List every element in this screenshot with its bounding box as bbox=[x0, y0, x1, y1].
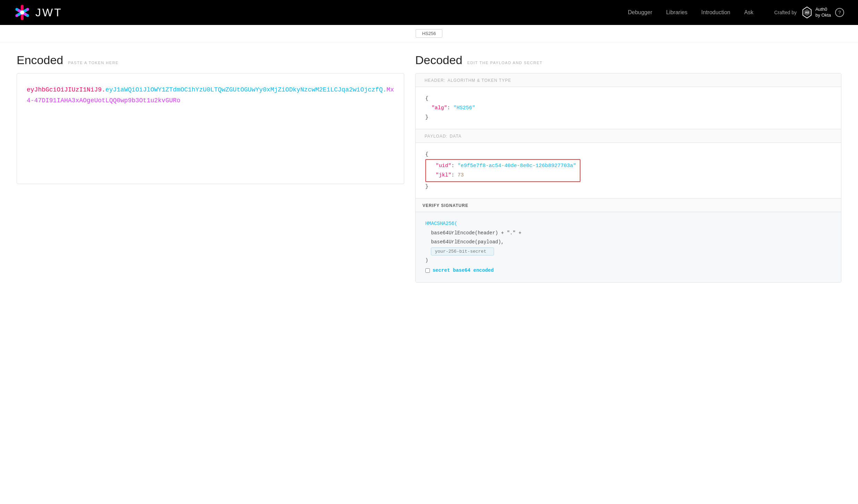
nav-libraries[interactable]: Libraries bbox=[666, 9, 687, 15]
header-section-header: HEADER:ALGORITHM & TOKEN TYPE bbox=[416, 73, 841, 87]
signature-section-header: VERIFY SIGNATURE bbox=[416, 199, 841, 212]
payload-jkl-value: 73 bbox=[458, 172, 464, 178]
sub-nav: HS256 bbox=[0, 25, 858, 42]
sig-close: ) bbox=[425, 258, 428, 263]
nav-debugger[interactable]: Debugger bbox=[628, 9, 652, 15]
payload-brace-open: { bbox=[425, 151, 428, 157]
payload-brace-close: } bbox=[425, 184, 428, 190]
encoded-title: Encoded bbox=[17, 53, 63, 67]
header-code-block: { "alg": "HS256" } bbox=[416, 87, 841, 129]
sig-line1: base64UrlEncode(header) + "." + bbox=[431, 230, 521, 236]
auth0-logo-icon: A0 bbox=[801, 6, 813, 19]
svg-point-6 bbox=[15, 14, 18, 17]
encoded-heading: Encoded PASTE A TOKEN HERE bbox=[17, 53, 404, 67]
jwt-logo-icon bbox=[14, 4, 31, 21]
token-dot2: . bbox=[383, 86, 386, 93]
algorithm-button[interactable]: HS256 bbox=[416, 29, 443, 38]
svg-point-5 bbox=[26, 14, 29, 17]
decoded-subtitle: EDIT THE PAYLOAD AND SECRET bbox=[467, 61, 543, 65]
header-alg-key: "alg" bbox=[432, 105, 447, 111]
main-content: Encoded PASTE A TOKEN HERE eyJhbGciOiJIU… bbox=[0, 42, 858, 294]
svg-point-3 bbox=[20, 10, 24, 15]
logo-text: JWT bbox=[35, 6, 62, 19]
signature-label: VERIFY SIGNATURE bbox=[423, 203, 468, 208]
header-label: HEADER:ALGORITHM & TOKEN TYPE bbox=[423, 78, 511, 83]
svg-point-9 bbox=[26, 8, 29, 11]
decoded-box: HEADER:ALGORITHM & TOKEN TYPE { "alg": "… bbox=[415, 73, 841, 283]
svg-point-4 bbox=[21, 5, 24, 8]
nav-introduction[interactable]: Introduction bbox=[701, 9, 730, 15]
help-button[interactable]: ? bbox=[835, 8, 844, 17]
svg-point-7 bbox=[21, 17, 24, 20]
payload-code-block: { "uid": "e9f5e7f8-ac54-40de-8e0c-126b89… bbox=[416, 143, 841, 199]
signature-block: HMACSHA256( base64UrlEncode(header) + ".… bbox=[416, 212, 841, 282]
encoded-subtitle: PASTE A TOKEN HERE bbox=[68, 61, 119, 65]
encoded-token-box[interactable]: eyJhbGciOiJIUzI1NiJ9.eyJ1aWQiOiJlOWY1ZTd… bbox=[17, 73, 404, 184]
payload-uid-key: "uid" bbox=[436, 163, 451, 169]
nav-links: Debugger Libraries Introduction Ask bbox=[628, 9, 754, 16]
header-brace-close: } bbox=[425, 114, 428, 120]
crafted-by-label: Crafted by bbox=[774, 10, 797, 15]
header-brace-open: { bbox=[425, 96, 428, 102]
payload-jkl-key: "jkl" bbox=[436, 172, 451, 178]
payload-highlighted: "uid": "e9f5e7f8-ac54-40de-8e0c-126b8927… bbox=[425, 159, 580, 182]
auth0-text: Auth0 by Okta bbox=[815, 7, 831, 18]
auth0-badge: A0 Auth0 by Okta bbox=[801, 6, 831, 19]
sig-func-name: HMACSHA256( bbox=[425, 221, 457, 226]
decoded-title: Decoded bbox=[415, 53, 462, 67]
svg-point-8 bbox=[15, 8, 18, 11]
payload-label: PAYLOAD:DATA bbox=[423, 134, 461, 139]
svg-text:A0: A0 bbox=[805, 11, 809, 14]
navbar-right: Crafted by A0 Auth0 by Okta ? bbox=[774, 6, 844, 19]
header-alg-value: "HS256" bbox=[453, 105, 475, 111]
decoded-heading: Decoded EDIT THE PAYLOAD AND SECRET bbox=[415, 53, 841, 67]
secret-base64-checkbox[interactable] bbox=[425, 268, 430, 273]
token-part1: eyJhbGciOiJIUzI1NiJ9 bbox=[27, 86, 102, 93]
sig-line2: base64UrlEncode(payload), bbox=[431, 239, 504, 245]
payload-section-header: PAYLOAD:DATA bbox=[416, 129, 841, 143]
payload-uid-value: "e9f5e7f8-ac54-40de-8e0c-126b8927703a" bbox=[458, 163, 576, 169]
token-part2: eyJ1aWQiOiJlOWY1ZTdmOC1hYzU0LTQwZGUtOGUw… bbox=[105, 86, 383, 93]
secret-checkbox-row[interactable]: secret base64 encoded bbox=[425, 266, 831, 275]
encoded-panel: Encoded PASTE A TOKEN HERE eyJhbGciOiJIU… bbox=[17, 53, 404, 283]
nav-ask[interactable]: Ask bbox=[744, 9, 754, 15]
token-dot1: . bbox=[102, 86, 105, 93]
logo: JWT bbox=[14, 4, 62, 21]
secret-checkbox-label: secret base64 encoded bbox=[433, 266, 494, 275]
panels: Encoded PASTE A TOKEN HERE eyJhbGciOiJIU… bbox=[17, 53, 841, 283]
secret-input[interactable] bbox=[431, 247, 494, 255]
navbar: JWT Debugger Libraries Introduction Ask … bbox=[0, 0, 858, 25]
decoded-panel: Decoded EDIT THE PAYLOAD AND SECRET HEAD… bbox=[415, 53, 841, 283]
